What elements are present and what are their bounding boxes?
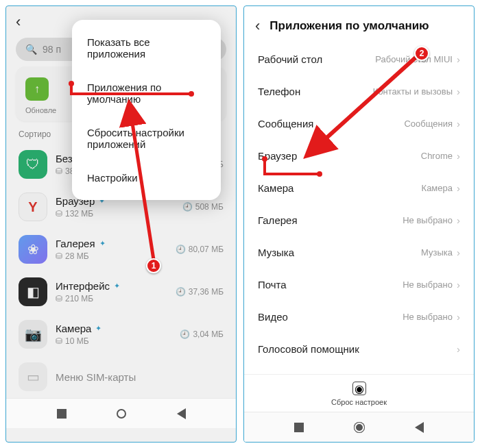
- list-item[interactable]: ❀ Галерея✦ ⛁28 МБ 🕘80,07 МБ: [6, 228, 236, 271]
- row-phone[interactable]: ТелефонКонтакты и вызовы›: [244, 75, 474, 108]
- storage-icon: ⛁: [56, 251, 62, 261]
- row-video[interactable]: ВидеоНе выбрано›: [244, 301, 474, 333]
- clock-icon: 🕘: [180, 329, 190, 339]
- nav-bar: [244, 412, 474, 442]
- nav-back-icon[interactable]: [177, 408, 186, 419]
- nav-back-icon[interactable]: [415, 422, 424, 433]
- defaults-list: Рабочий столРабочий стол MIUI› ТелефонКо…: [244, 43, 474, 374]
- storage-icon: ⛁: [56, 336, 62, 346]
- shield-icon: 🛡: [19, 150, 47, 179]
- page-title: Приложения по умолчанию: [269, 19, 429, 33]
- menu-default-apps[interactable]: Приложения по умолчанию: [72, 71, 221, 116]
- storage-icon: ⛁: [56, 166, 62, 176]
- app-name: Меню SIM-карты: [56, 371, 136, 383]
- update-icon: ↑: [25, 77, 49, 101]
- chevron-right-icon: ›: [457, 53, 460, 65]
- menu-reset-prefs[interactable]: Сбросить настройки приложений: [72, 116, 221, 161]
- overflow-menu: Показать все приложения Приложения по ум…: [72, 20, 221, 200]
- chevron-right-icon: ›: [457, 182, 460, 194]
- camera-icon: 📷: [19, 320, 47, 349]
- chevron-right-icon: ›: [457, 118, 460, 129]
- back-icon[interactable]: ‹: [16, 13, 21, 31]
- search-icon: 🔍: [25, 44, 37, 55]
- screenshot-right: ‹ Приложения по умолчанию Рабочий столРа…: [243, 5, 475, 443]
- app-name: Галерея: [56, 238, 95, 249]
- chevron-right-icon: ›: [457, 279, 460, 290]
- nav-recent-icon[interactable]: [294, 423, 304, 432]
- nav-home-icon[interactable]: [117, 409, 126, 419]
- row-sms[interactable]: СообщенияСообщения›: [244, 108, 474, 140]
- clock-icon: 🕘: [182, 202, 193, 212]
- row-voice[interactable]: Голосовой помощник›: [244, 333, 474, 365]
- clock-icon: 🕘: [176, 287, 186, 297]
- row-gallery[interactable]: ГалереяНе выбрано›: [244, 204, 474, 236]
- row-music[interactable]: МузыкаМузыка›: [244, 236, 474, 269]
- yandex-icon: Y: [19, 192, 47, 221]
- chevron-right-icon: ›: [457, 311, 460, 323]
- interface-icon: ◧: [19, 277, 47, 306]
- storage-icon: ⛁: [56, 209, 62, 219]
- chevron-right-icon: ›: [457, 86, 460, 97]
- list-item[interactable]: 📷 Камера✦ ⛁10 МБ 🕘3,04 МБ: [6, 313, 236, 356]
- gallery-icon: ❀: [19, 235, 47, 264]
- screenshot-left: ‹ 🔍 98 п ↑ Обновле Сортиро 🛡 Безопасност…: [5, 5, 237, 443]
- list-item[interactable]: ◧ Интерфейс✦ ⛁210 МБ 🕘37,36 МБ: [6, 271, 236, 313]
- clock-icon: 🕘: [176, 245, 186, 254]
- nav-recent-icon[interactable]: [57, 409, 67, 419]
- back-icon[interactable]: ‹: [255, 17, 260, 35]
- nav-home-icon[interactable]: [354, 422, 365, 433]
- row-browser[interactable]: БраузерChrome›: [244, 140, 474, 172]
- search-text: 98 п: [43, 44, 61, 55]
- chevron-right-icon: ›: [457, 247, 460, 258]
- menu-show-all[interactable]: Показать все приложения: [72, 25, 221, 71]
- menu-settings[interactable]: Настройки: [72, 161, 221, 195]
- app-name: Интерфейс: [56, 280, 110, 292]
- row-camera[interactable]: КамераКамера›: [244, 172, 474, 204]
- topbar-right: ‹ Приложения по умолчанию: [244, 6, 474, 43]
- row-mail[interactable]: ПочтаНе выбрано›: [244, 269, 474, 301]
- reset-defaults-button[interactable]: ◉ Сброс настроек: [244, 374, 474, 412]
- app-name: Камера: [56, 323, 91, 334]
- chevron-right-icon: ›: [457, 214, 460, 226]
- storage-icon: ⛁: [56, 294, 62, 303]
- list-item[interactable]: ▭ Меню SIM-карты: [6, 356, 236, 398]
- chevron-right-icon: ›: [457, 150, 460, 162]
- reset-icon: ◉: [352, 382, 366, 395]
- sim-icon: ▭: [19, 362, 47, 391]
- chevron-right-icon: ›: [457, 343, 460, 355]
- nav-bar: [6, 398, 236, 428]
- row-home[interactable]: Рабочий столРабочий стол MIUI›: [244, 43, 474, 75]
